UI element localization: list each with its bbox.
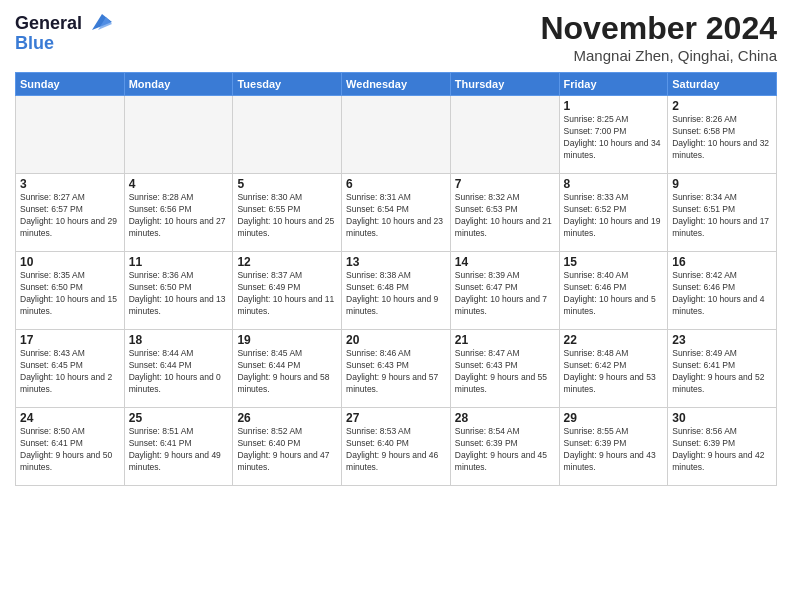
day-info: Sunrise: 8:38 AMSunset: 6:48 PMDaylight:… — [346, 270, 446, 318]
col-header-monday: Monday — [124, 73, 233, 96]
day-number: 25 — [129, 411, 229, 425]
calendar-cell: 5Sunrise: 8:30 AMSunset: 6:55 PMDaylight… — [233, 174, 342, 252]
day-number: 11 — [129, 255, 229, 269]
day-info: Sunrise: 8:31 AMSunset: 6:54 PMDaylight:… — [346, 192, 446, 240]
day-info: Sunrise: 8:52 AMSunset: 6:40 PMDaylight:… — [237, 426, 337, 474]
day-info: Sunrise: 8:50 AMSunset: 6:41 PMDaylight:… — [20, 426, 120, 474]
day-number: 8 — [564, 177, 664, 191]
calendar-cell — [16, 96, 125, 174]
calendar-table: SundayMondayTuesdayWednesdayThursdayFrid… — [15, 72, 777, 486]
calendar-cell — [342, 96, 451, 174]
day-number: 21 — [455, 333, 555, 347]
day-info: Sunrise: 8:44 AMSunset: 6:44 PMDaylight:… — [129, 348, 229, 396]
day-info: Sunrise: 8:49 AMSunset: 6:41 PMDaylight:… — [672, 348, 772, 396]
day-number: 20 — [346, 333, 446, 347]
day-info: Sunrise: 8:35 AMSunset: 6:50 PMDaylight:… — [20, 270, 120, 318]
col-header-wednesday: Wednesday — [342, 73, 451, 96]
calendar-cell — [233, 96, 342, 174]
day-number: 19 — [237, 333, 337, 347]
calendar-cell: 20Sunrise: 8:46 AMSunset: 6:43 PMDayligh… — [342, 330, 451, 408]
day-number: 6 — [346, 177, 446, 191]
calendar-cell: 23Sunrise: 8:49 AMSunset: 6:41 PMDayligh… — [668, 330, 777, 408]
page: General Blue November 2024 Mangnai Zhen,… — [0, 0, 792, 612]
day-info: Sunrise: 8:30 AMSunset: 6:55 PMDaylight:… — [237, 192, 337, 240]
day-number: 23 — [672, 333, 772, 347]
calendar-cell: 1Sunrise: 8:25 AMSunset: 7:00 PMDaylight… — [559, 96, 668, 174]
calendar-cell: 19Sunrise: 8:45 AMSunset: 6:44 PMDayligh… — [233, 330, 342, 408]
day-number: 18 — [129, 333, 229, 347]
day-number: 2 — [672, 99, 772, 113]
logo-blue: Blue — [15, 34, 112, 54]
day-info: Sunrise: 8:28 AMSunset: 6:56 PMDaylight:… — [129, 192, 229, 240]
day-number: 17 — [20, 333, 120, 347]
calendar-cell: 16Sunrise: 8:42 AMSunset: 6:46 PMDayligh… — [668, 252, 777, 330]
day-number: 12 — [237, 255, 337, 269]
calendar-week-4: 17Sunrise: 8:43 AMSunset: 6:45 PMDayligh… — [16, 330, 777, 408]
day-number: 10 — [20, 255, 120, 269]
day-info: Sunrise: 8:55 AMSunset: 6:39 PMDaylight:… — [564, 426, 664, 474]
calendar-cell — [450, 96, 559, 174]
day-info: Sunrise: 8:45 AMSunset: 6:44 PMDaylight:… — [237, 348, 337, 396]
title-block: November 2024 Mangnai Zhen, Qinghai, Chi… — [540, 10, 777, 64]
day-number: 27 — [346, 411, 446, 425]
day-info: Sunrise: 8:40 AMSunset: 6:46 PMDaylight:… — [564, 270, 664, 318]
day-number: 29 — [564, 411, 664, 425]
day-number: 24 — [20, 411, 120, 425]
calendar-cell: 15Sunrise: 8:40 AMSunset: 6:46 PMDayligh… — [559, 252, 668, 330]
day-info: Sunrise: 8:25 AMSunset: 7:00 PMDaylight:… — [564, 114, 664, 162]
col-header-friday: Friday — [559, 73, 668, 96]
col-header-tuesday: Tuesday — [233, 73, 342, 96]
month-title: November 2024 — [540, 10, 777, 47]
calendar-cell: 2Sunrise: 8:26 AMSunset: 6:58 PMDaylight… — [668, 96, 777, 174]
col-header-sunday: Sunday — [16, 73, 125, 96]
calendar-cell: 25Sunrise: 8:51 AMSunset: 6:41 PMDayligh… — [124, 408, 233, 486]
day-info: Sunrise: 8:56 AMSunset: 6:39 PMDaylight:… — [672, 426, 772, 474]
logo: General Blue — [15, 14, 112, 54]
day-number: 5 — [237, 177, 337, 191]
day-number: 26 — [237, 411, 337, 425]
day-info: Sunrise: 8:36 AMSunset: 6:50 PMDaylight:… — [129, 270, 229, 318]
calendar-cell: 6Sunrise: 8:31 AMSunset: 6:54 PMDaylight… — [342, 174, 451, 252]
day-info: Sunrise: 8:46 AMSunset: 6:43 PMDaylight:… — [346, 348, 446, 396]
calendar-cell: 22Sunrise: 8:48 AMSunset: 6:42 PMDayligh… — [559, 330, 668, 408]
day-info: Sunrise: 8:43 AMSunset: 6:45 PMDaylight:… — [20, 348, 120, 396]
calendar-cell: 11Sunrise: 8:36 AMSunset: 6:50 PMDayligh… — [124, 252, 233, 330]
calendar-week-2: 3Sunrise: 8:27 AMSunset: 6:57 PMDaylight… — [16, 174, 777, 252]
day-number: 3 — [20, 177, 120, 191]
calendar-cell: 9Sunrise: 8:34 AMSunset: 6:51 PMDaylight… — [668, 174, 777, 252]
calendar-cell: 18Sunrise: 8:44 AMSunset: 6:44 PMDayligh… — [124, 330, 233, 408]
calendar-cell: 10Sunrise: 8:35 AMSunset: 6:50 PMDayligh… — [16, 252, 125, 330]
day-number: 28 — [455, 411, 555, 425]
day-info: Sunrise: 8:47 AMSunset: 6:43 PMDaylight:… — [455, 348, 555, 396]
calendar-cell — [124, 96, 233, 174]
calendar-week-5: 24Sunrise: 8:50 AMSunset: 6:41 PMDayligh… — [16, 408, 777, 486]
day-number: 13 — [346, 255, 446, 269]
calendar-cell: 24Sunrise: 8:50 AMSunset: 6:41 PMDayligh… — [16, 408, 125, 486]
calendar-cell: 28Sunrise: 8:54 AMSunset: 6:39 PMDayligh… — [450, 408, 559, 486]
calendar-cell: 7Sunrise: 8:32 AMSunset: 6:53 PMDaylight… — [450, 174, 559, 252]
day-info: Sunrise: 8:54 AMSunset: 6:39 PMDaylight:… — [455, 426, 555, 474]
day-number: 16 — [672, 255, 772, 269]
calendar-cell: 21Sunrise: 8:47 AMSunset: 6:43 PMDayligh… — [450, 330, 559, 408]
day-info: Sunrise: 8:27 AMSunset: 6:57 PMDaylight:… — [20, 192, 120, 240]
logo-icon — [84, 12, 112, 34]
day-number: 14 — [455, 255, 555, 269]
day-info: Sunrise: 8:34 AMSunset: 6:51 PMDaylight:… — [672, 192, 772, 240]
day-number: 7 — [455, 177, 555, 191]
day-info: Sunrise: 8:48 AMSunset: 6:42 PMDaylight:… — [564, 348, 664, 396]
calendar-header-row: SundayMondayTuesdayWednesdayThursdayFrid… — [16, 73, 777, 96]
day-info: Sunrise: 8:39 AMSunset: 6:47 PMDaylight:… — [455, 270, 555, 318]
col-header-saturday: Saturday — [668, 73, 777, 96]
calendar-cell: 4Sunrise: 8:28 AMSunset: 6:56 PMDaylight… — [124, 174, 233, 252]
day-info: Sunrise: 8:37 AMSunset: 6:49 PMDaylight:… — [237, 270, 337, 318]
calendar-cell: 8Sunrise: 8:33 AMSunset: 6:52 PMDaylight… — [559, 174, 668, 252]
logo-text: General — [15, 14, 82, 34]
calendar-cell: 3Sunrise: 8:27 AMSunset: 6:57 PMDaylight… — [16, 174, 125, 252]
calendar-cell: 12Sunrise: 8:37 AMSunset: 6:49 PMDayligh… — [233, 252, 342, 330]
day-number: 30 — [672, 411, 772, 425]
day-info: Sunrise: 8:33 AMSunset: 6:52 PMDaylight:… — [564, 192, 664, 240]
calendar-week-3: 10Sunrise: 8:35 AMSunset: 6:50 PMDayligh… — [16, 252, 777, 330]
day-number: 1 — [564, 99, 664, 113]
calendar-cell: 17Sunrise: 8:43 AMSunset: 6:45 PMDayligh… — [16, 330, 125, 408]
calendar-week-1: 1Sunrise: 8:25 AMSunset: 7:00 PMDaylight… — [16, 96, 777, 174]
